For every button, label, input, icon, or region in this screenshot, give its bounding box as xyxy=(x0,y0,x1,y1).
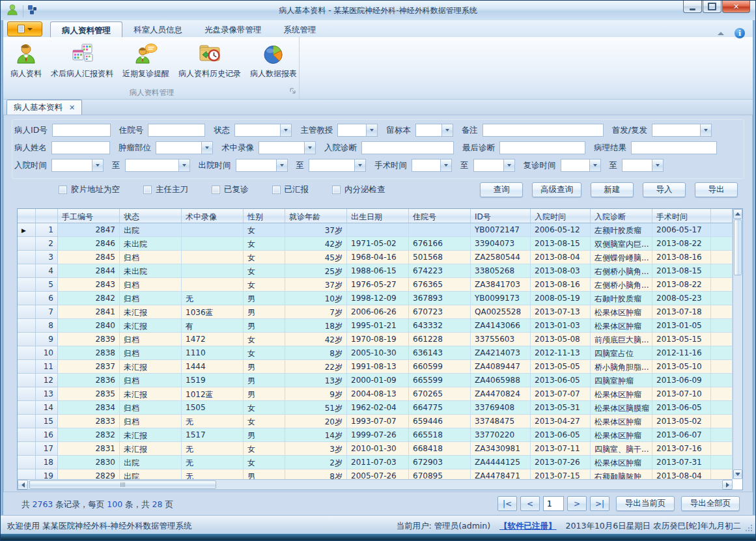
info-icon[interactable]: i xyxy=(735,28,745,38)
table-row-16[interactable]: 162832未汇报1517男14岁1999-07-266655183377022… xyxy=(18,428,733,442)
text-input[interactable] xyxy=(52,143,109,155)
export-current-page-button[interactable]: 导出当前页 xyxy=(616,496,675,511)
combo-dropdown-button[interactable] xyxy=(441,124,453,136)
text-input[interactable] xyxy=(362,143,453,155)
filter-combo[interactable] xyxy=(337,124,378,137)
table-row-6[interactable]: 62842归档无男10岁1998-12-09367893YB0099173200… xyxy=(18,292,733,305)
filter-input[interactable] xyxy=(483,124,604,137)
filter-input[interactable] xyxy=(51,141,110,154)
text-input[interactable] xyxy=(500,143,585,155)
ribbon-button-4[interactable]: 病人资料历史记录 xyxy=(174,39,245,81)
column-header-4[interactable]: 状态 xyxy=(120,209,182,223)
table-row-13[interactable]: 132835未汇报1012蓝男9岁2004-08-13670265ZA44708… xyxy=(18,387,733,401)
export-all-pages-button[interactable]: 导出全部页 xyxy=(681,496,740,511)
table-row-12[interactable]: 122836归档1519男13岁2000-01-09665599ZA406598… xyxy=(18,374,733,387)
horizontal-scroll-thumb[interactable] xyxy=(29,480,216,489)
combo-dropdown-button[interactable] xyxy=(652,160,663,171)
combo-dropdown-button[interactable] xyxy=(280,124,291,136)
action-button-3[interactable]: 新建 xyxy=(591,182,634,197)
checkbox-3[interactable]: 已复诊 xyxy=(212,184,249,195)
maximize-button[interactable] xyxy=(703,1,721,13)
filter-combo[interactable] xyxy=(652,124,712,137)
scroll-down-button[interactable] xyxy=(733,469,742,479)
last-page-button[interactable]: >| xyxy=(590,496,609,511)
scroll-right-button[interactable] xyxy=(722,480,733,490)
combo-dropdown-button[interactable] xyxy=(178,160,189,171)
action-button-1[interactable]: 查询 xyxy=(480,182,523,197)
filter-input[interactable] xyxy=(499,141,585,154)
table-row-3[interactable]: 32845归档女45岁1968-04-16501568ZA25805442013… xyxy=(18,251,733,264)
table-row-4[interactable]: 42844未出院女25岁1988-06-15674223338052682013… xyxy=(18,264,733,278)
ribbon-button-3[interactable]: 近期复诊提醒 xyxy=(118,39,174,81)
combo-dropdown-button[interactable] xyxy=(366,124,377,136)
dialog-launcher-icon[interactable] xyxy=(290,85,296,97)
table-row-8[interactable]: 82840未汇报有男18岁1995-01-21643332ZA414306620… xyxy=(18,319,733,333)
filter-combo[interactable] xyxy=(259,141,316,154)
table-row-5[interactable]: 52843归档女37岁1976-05-27676365ZA38417032013… xyxy=(18,278,733,292)
scroll-up-button[interactable] xyxy=(733,209,742,219)
table-row-2[interactable]: 22846未出院女42岁1971-05-02676166339040732013… xyxy=(18,237,733,251)
next-page-button[interactable]: > xyxy=(567,496,587,511)
ribbon-button-5[interactable]: 病人数据报表 xyxy=(245,39,301,81)
table-row-9[interactable]: 92839归档1472女42岁1970-08-19661228337556032… xyxy=(18,333,733,346)
column-header-6[interactable]: 性别 xyxy=(244,209,285,223)
action-button-5[interactable]: 导出 xyxy=(695,182,738,197)
filter-combo[interactable] xyxy=(156,141,213,154)
combo-dropdown-button[interactable] xyxy=(276,160,287,171)
column-header-1[interactable] xyxy=(18,209,36,223)
combo-dropdown-button[interactable] xyxy=(440,160,451,171)
table-row-11[interactable]: 112837未汇报1444男22岁1991-08-13660599ZA40894… xyxy=(18,360,733,374)
checkbox-2[interactable]: 主任主刀 xyxy=(143,184,188,195)
table-row-7[interactable]: 72841未汇报1036蓝男7岁2006-06-26670723QA002552… xyxy=(18,305,733,319)
filter-combo[interactable] xyxy=(125,159,190,172)
column-header-3[interactable]: 手工编号 xyxy=(58,209,120,223)
horizontal-scrollbar[interactable] xyxy=(18,479,733,490)
minimize-button[interactable] xyxy=(683,1,702,13)
checkbox-icon[interactable] xyxy=(272,186,281,194)
column-header-13[interactable]: 手术时间 xyxy=(652,209,711,223)
filter-combo[interactable] xyxy=(412,159,452,172)
combo-dropdown-button[interactable] xyxy=(589,160,600,171)
application-menu-button[interactable] xyxy=(7,21,42,36)
ribbon-tab-1[interactable]: 病人资料管理 xyxy=(50,21,122,37)
filter-combo[interactable] xyxy=(622,159,664,172)
first-page-button[interactable]: |< xyxy=(497,496,517,511)
vertical-scrollbar[interactable] xyxy=(733,209,742,479)
action-button-4[interactable]: 导入 xyxy=(643,182,686,197)
table-row-17[interactable]: 172831未汇报无女3岁2010-01-30668418ZA343098120… xyxy=(18,442,733,456)
filter-combo[interactable] xyxy=(473,159,515,172)
filter-input[interactable] xyxy=(52,124,111,137)
scroll-left-button[interactable] xyxy=(18,480,28,490)
filter-combo[interactable] xyxy=(236,159,288,172)
filter-combo[interactable] xyxy=(561,159,601,172)
ribbon-button-1[interactable]: 病人资料 xyxy=(6,39,46,81)
column-header-12[interactable]: 入院诊断 xyxy=(591,209,652,223)
column-header-2[interactable] xyxy=(36,209,58,223)
action-button-2[interactable]: 高级查询 xyxy=(532,182,581,197)
filter-combo[interactable] xyxy=(51,159,104,172)
tab-patient-basic-info[interactable]: 病人基本资料 ✕ xyxy=(7,100,82,115)
filter-combo[interactable] xyxy=(415,124,453,137)
column-header-7[interactable]: 就诊年龄 xyxy=(285,209,347,223)
ribbon-tab-3[interactable]: 光盘录像带管理 xyxy=(193,21,273,37)
table-row-10[interactable]: 102838归档1110女8岁2005-10-30636143ZA4214073… xyxy=(18,346,733,360)
vertical-scroll-thumb[interactable] xyxy=(734,219,742,275)
prev-page-button[interactable]: < xyxy=(520,496,540,511)
table-row-15[interactable]: 152833归档无女20岁1993-07-0765944633748475201… xyxy=(18,415,733,428)
registered-link[interactable]: 【软件已注册】 xyxy=(499,521,557,532)
close-button[interactable]: ✕ xyxy=(722,1,750,13)
checkbox-4[interactable]: 已汇报 xyxy=(272,184,309,195)
ribbon-button-2[interactable]: 术后病人汇报资料 xyxy=(46,39,118,81)
resize-grip-icon[interactable] xyxy=(745,524,753,532)
text-input[interactable] xyxy=(53,126,110,137)
page-input[interactable] xyxy=(543,496,564,511)
checkbox-icon[interactable] xyxy=(212,186,220,194)
column-header-11[interactable]: 入院时间 xyxy=(531,209,591,223)
ribbon-tab-4[interactable]: 系统管理 xyxy=(273,21,328,37)
text-input[interactable] xyxy=(483,126,603,137)
table-row-14[interactable]: 142834归档1505女51岁1962-02-0466477533769408… xyxy=(18,401,733,415)
filter-input[interactable] xyxy=(361,141,454,154)
combo-dropdown-button[interactable] xyxy=(354,160,365,171)
combo-dropdown-button[interactable] xyxy=(503,160,514,171)
table-row-19[interactable]: 192829出院无男8岁2005-07-26670895ZA4478471201… xyxy=(18,469,733,479)
